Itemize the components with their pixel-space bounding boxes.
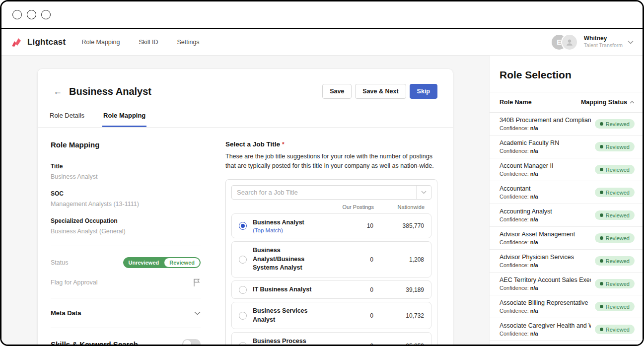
column-our-postings: Our Postings xyxy=(334,204,374,210)
job-title-name: Business Process Analyst xyxy=(253,337,330,345)
field-specialized-occupation: Specialized Occupation Business Analyst … xyxy=(51,217,201,235)
job-title-option[interactable]: Business Analyst (Top Match) 10 385,770 xyxy=(231,213,431,239)
radio-button[interactable] xyxy=(239,256,247,264)
role-row[interactable]: Account Manager II Confidence: n/a Revie… xyxy=(490,158,643,181)
status-badge: Reviewed xyxy=(595,302,635,311)
role-row[interactable]: Associate Billing Representative Confide… xyxy=(490,295,643,318)
save-button[interactable]: Save xyxy=(322,84,352,99)
brand-name: Lightcast xyxy=(27,37,66,47)
status-badge-label: Reviewed xyxy=(606,235,630,241)
role-name: Associate Caregiver Health and Welln... xyxy=(500,322,591,329)
window-close-button[interactable] xyxy=(12,10,22,19)
user-org: Talent Transform xyxy=(584,42,623,49)
window-maximize-button[interactable] xyxy=(41,10,51,19)
user-menu[interactable]: E Whitney Talent Transform xyxy=(552,35,634,50)
status-dot-icon xyxy=(600,259,603,263)
avatar-group: E xyxy=(552,35,577,50)
radio-button[interactable] xyxy=(239,312,247,320)
status-option-reviewed[interactable]: Reviewed xyxy=(164,258,200,268)
chevron-down-icon[interactable] xyxy=(194,311,201,315)
confidence-value: n/a xyxy=(530,308,538,314)
status-dot-icon xyxy=(600,145,603,148)
confidence-label: Confidence: xyxy=(500,148,529,154)
field-soc: SOC Management Analysts (13-1111) xyxy=(51,190,201,208)
save-next-button[interactable]: Save & Next xyxy=(355,84,406,99)
role-row[interactable]: Advisor Physician Services Confidence: n… xyxy=(490,250,643,273)
divider xyxy=(51,246,201,246)
status-badge: Reviewed xyxy=(595,279,635,288)
status-dot-icon xyxy=(600,282,603,285)
window-minimize-button[interactable] xyxy=(27,10,36,19)
nationwide-value: 1,208 xyxy=(373,256,424,263)
role-row[interactable]: Academic Faculty RN Confidence: n/a Revi… xyxy=(490,136,643,158)
confidence-label: Confidence: xyxy=(500,239,529,245)
column-mapping-status[interactable]: Mapping Status xyxy=(581,99,635,106)
radio-button[interactable] xyxy=(239,342,247,345)
role-row[interactable]: AEC Territory Account Sales Executive Co… xyxy=(490,273,643,295)
top-match-note: (Top Match) xyxy=(253,227,330,233)
tab-bar: Role Details Role Mapping xyxy=(38,99,453,128)
status-option-unreviewed[interactable]: Unreviewed xyxy=(124,258,164,267)
back-arrow-icon[interactable]: ← xyxy=(53,86,62,97)
status-badge: Reviewed xyxy=(595,165,635,174)
header-actions: Save Save & Next Skip xyxy=(322,84,437,99)
app-window: Lightcast Role MappingSkill IDSettings E… xyxy=(0,0,644,346)
nav-item-settings[interactable]: Settings xyxy=(177,39,199,46)
our-postings-value: 0 xyxy=(334,286,373,293)
skills-toggle[interactable] xyxy=(182,339,201,345)
job-title-section: Select a Job Title* These are the job ti… xyxy=(225,140,437,345)
job-title-option[interactable]: IT Business Analyst 0 39,189 xyxy=(231,280,431,299)
status-row: Status Unreviewed Reviewed xyxy=(51,257,201,268)
role-row[interactable]: Advisor Asset Management Confidence: n/a… xyxy=(490,227,643,250)
role-name: Academic Faculty RN xyxy=(500,139,559,146)
status-badge-label: Reviewed xyxy=(606,281,630,287)
lightcast-logo[interactable]: Lightcast xyxy=(10,36,66,49)
flag-icon[interactable] xyxy=(193,278,201,287)
role-name: Accounting Analyst xyxy=(500,208,552,215)
status-badge-label: Reviewed xyxy=(606,167,630,173)
job-title-name: Business Services Analyst xyxy=(253,307,330,324)
role-row[interactable]: Associate Caregiver Health and Welln... … xyxy=(490,341,643,345)
confidence-value: n/a xyxy=(530,331,538,337)
job-title-name: Business Analyst xyxy=(253,218,330,227)
job-title-option[interactable]: Business Analyst/Business Systems Analys… xyxy=(231,241,431,277)
meta-data-row[interactable]: Meta Data xyxy=(51,309,201,317)
role-row[interactable]: Accountant Confidence: n/a Reviewed xyxy=(490,181,643,204)
column-mapping-status-label: Mapping Status xyxy=(581,99,627,106)
page-title: Business Analyst xyxy=(69,86,151,97)
radio-button[interactable] xyxy=(239,222,247,230)
section-description: These are the job title suggestions for … xyxy=(225,152,437,171)
radio-button[interactable] xyxy=(239,286,247,294)
status-badge-label: Reviewed xyxy=(606,304,630,310)
role-row[interactable]: 340B Procurement and Compliance Di... Co… xyxy=(490,113,643,136)
flag-label: Flag for Approval xyxy=(51,279,98,286)
job-title-search xyxy=(231,185,431,200)
dropdown-button[interactable] xyxy=(416,186,431,199)
role-editor-header: ← Business Analyst Save Save & Next Skip xyxy=(38,69,453,99)
status-toggle[interactable]: Unreviewed Reviewed xyxy=(123,257,201,268)
role-name: Advisor Physician Services xyxy=(500,254,574,261)
role-name: AEC Territory Account Sales Executive xyxy=(500,277,591,283)
role-row[interactable]: Accounting Analyst Confidence: n/a Revie… xyxy=(490,204,643,227)
job-title-option[interactable]: Business Process Analyst 0 25,859 xyxy=(231,332,431,345)
confidence-value: n/a xyxy=(530,285,538,291)
tab-role-mapping[interactable]: Role Mapping xyxy=(102,112,146,127)
our-postings-value: 0 xyxy=(334,343,373,345)
tab-role-details[interactable]: Role Details xyxy=(49,112,85,127)
nav-item-skill-id[interactable]: Skill ID xyxy=(139,39,158,46)
role-table-header: Role Name Mapping Status xyxy=(490,92,643,113)
role-row[interactable]: Associate Caregiver Health and Welln... … xyxy=(490,318,643,341)
status-label: Status xyxy=(51,259,68,266)
confidence-value: n/a xyxy=(530,216,538,222)
job-title-search-input[interactable] xyxy=(232,189,416,196)
column-nationwide: Nationwide xyxy=(374,204,425,210)
job-title-option[interactable]: Business Services Analyst 0 10,732 xyxy=(231,302,431,329)
column-role-name: Role Name xyxy=(500,99,532,106)
skip-button[interactable]: Skip xyxy=(410,84,437,99)
app-header: Lightcast Role MappingSkill IDSettings E… xyxy=(1,29,643,56)
chevron-down-icon[interactable] xyxy=(628,40,634,44)
status-dot-icon xyxy=(600,122,603,126)
role-name: Associate Billing Representative xyxy=(500,299,588,306)
nav-item-role-mapping[interactable]: Role Mapping xyxy=(81,39,120,46)
status-badge-label: Reviewed xyxy=(606,190,630,196)
